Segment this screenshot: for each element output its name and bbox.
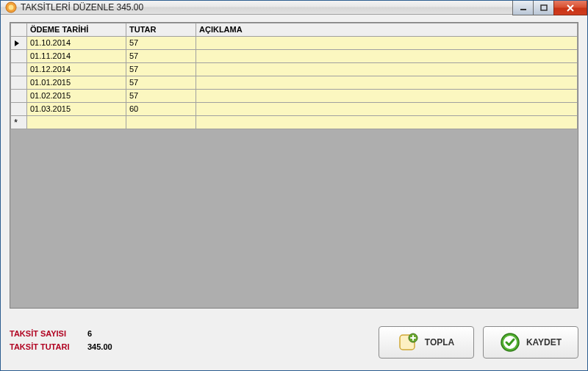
pointer-icon — [14, 40, 20, 47]
grid-header-row: ÖDEME TARİHİ TUTAR AÇIKLAMA — [11, 24, 578, 37]
stats: TAKSİT SAYISI 6 TAKSİT TUTARI 345.00 — [10, 329, 112, 356]
cell-date[interactable]: 01.12.2014 — [27, 63, 126, 76]
total-label: TAKSİT TUTARI — [10, 342, 83, 351]
table-row[interactable]: 01.12.2014 57 — [11, 63, 578, 76]
table-row[interactable]: 01.10.2014 57 — [11, 37, 578, 50]
cell-amount[interactable]: 57 — [126, 90, 196, 103]
cell-desc[interactable] — [196, 103, 578, 116]
cell-date[interactable]: 01.01.2015 — [27, 76, 126, 90]
close-icon — [566, 4, 575, 12]
table-row[interactable]: 01.11.2014 57 — [11, 50, 578, 63]
maximize-button[interactable] — [533, 1, 553, 15]
cell-date[interactable]: 01.03.2015 — [27, 103, 126, 116]
cell-date[interactable]: 01.10.2014 — [27, 37, 126, 50]
row-indicator-new: * — [11, 116, 27, 129]
col-header-date[interactable]: ÖDEME TARİHİ — [27, 24, 126, 37]
grid-empty-area — [10, 129, 578, 309]
cell-desc[interactable] — [196, 90, 578, 103]
cell-date[interactable]: 01.11.2014 — [27, 50, 126, 63]
row-indicator — [11, 76, 27, 90]
row-header-blank — [11, 24, 27, 37]
cell-desc[interactable] — [196, 50, 578, 63]
table-row[interactable]: 01.01.2015 57 — [11, 76, 578, 90]
save-button-label: KAYDET — [526, 337, 562, 347]
count-value: 6 — [87, 329, 92, 338]
cell-amount[interactable]: 60 — [126, 103, 196, 116]
count-label: TAKSİT SAYISI — [10, 329, 83, 338]
minimize-button[interactable] — [512, 1, 533, 15]
app-icon — [5, 1, 17, 13]
table-row[interactable]: 01.03.2015 60 — [11, 103, 578, 116]
cell-desc[interactable] — [196, 116, 578, 129]
col-header-amount[interactable]: TUTAR — [126, 24, 196, 37]
cell-desc[interactable] — [196, 37, 578, 50]
row-indicator — [11, 90, 27, 103]
content-area: ÖDEME TARİHİ TUTAR AÇIKLAMA 01.10.2014 5… — [1, 15, 587, 370]
installments-grid[interactable]: ÖDEME TARİHİ TUTAR AÇIKLAMA 01.10.2014 5… — [10, 22, 578, 309]
cell-desc[interactable] — [196, 63, 578, 76]
cell-date[interactable] — [27, 116, 126, 129]
cell-amount[interactable] — [126, 116, 196, 129]
cell-amount[interactable]: 57 — [126, 37, 196, 50]
titlebar: TAKSİTLERİ DÜZENLE 345.00 — [1, 1, 587, 15]
main-window: TAKSİTLERİ DÜZENLE 345.00 ÖDEME TARİHİ T… — [0, 0, 588, 371]
check-icon — [500, 332, 520, 353]
minimize-icon — [520, 4, 527, 12]
table-row-new[interactable]: * — [11, 116, 578, 129]
sum-icon — [398, 332, 419, 353]
svg-rect-3 — [541, 5, 547, 10]
cell-amount[interactable]: 57 — [126, 76, 196, 90]
cell-amount[interactable]: 57 — [126, 50, 196, 63]
row-indicator-current — [11, 37, 27, 50]
table-row[interactable]: 01.02.2015 57 — [11, 90, 578, 103]
svg-point-1 — [9, 5, 14, 10]
cell-desc[interactable] — [196, 76, 578, 90]
save-button[interactable]: KAYDET — [483, 326, 578, 359]
row-indicator — [11, 103, 27, 116]
total-value: 345.00 — [87, 342, 112, 351]
maximize-icon — [540, 4, 548, 12]
close-button[interactable] — [553, 1, 587, 15]
row-indicator — [11, 50, 27, 63]
sum-button[interactable]: TOPLA — [379, 326, 474, 359]
sum-button-label: TOPLA — [425, 337, 454, 347]
window-controls — [512, 1, 587, 15]
cell-date[interactable]: 01.02.2015 — [27, 90, 126, 103]
footer: TAKSİT SAYISI 6 TAKSİT TUTARI 345.00 — [10, 322, 578, 363]
cell-amount[interactable]: 57 — [126, 63, 196, 76]
row-indicator — [11, 63, 27, 76]
col-header-desc[interactable]: AÇIKLAMA — [196, 24, 578, 37]
window-title: TAKSİTLERİ DÜZENLE 345.00 — [21, 2, 143, 12]
